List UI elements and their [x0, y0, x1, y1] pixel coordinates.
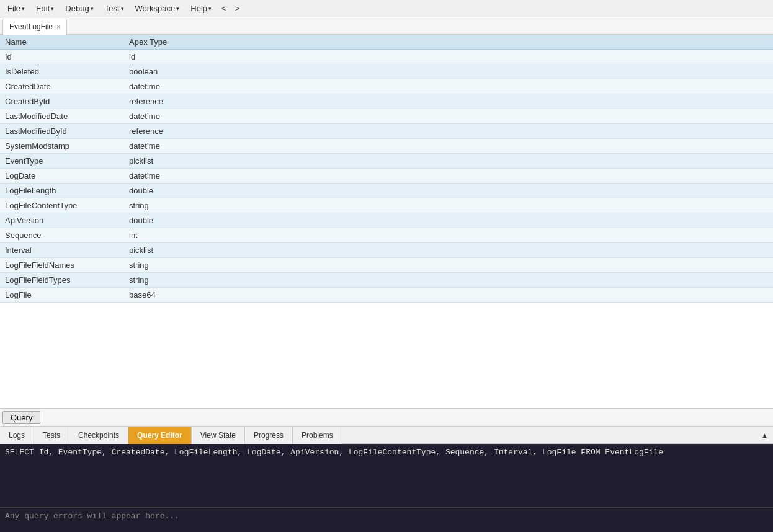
column-header-name: Name	[0, 35, 124, 50]
file-tab-label: EventLogFile	[9, 22, 53, 31]
cell-name: CreatedDate	[0, 79, 124, 94]
tab-problems[interactable]: Problems	[293, 427, 342, 444]
menu-debug[interactable]: Debug ▾	[60, 2, 98, 14]
tab-view-state[interactable]: View State	[192, 427, 245, 444]
cell-type: string	[124, 258, 773, 273]
table-row: LogDatedatetime	[0, 169, 773, 184]
table-row: Idid	[0, 50, 773, 64]
schema-table-area: Name Apex Type IdidIsDeletedbooleanCreat…	[0, 35, 773, 408]
table-row: SystemModstampdatetime	[0, 139, 773, 154]
table-row: Sequenceint	[0, 228, 773, 243]
panel-expand-icon[interactable]: ▲	[756, 429, 773, 441]
query-row: Query	[0, 409, 773, 427]
cell-type: picklist	[124, 243, 773, 258]
cell-type: datetime	[124, 139, 773, 154]
cell-name: Interval	[0, 243, 124, 258]
table-row: CreatedByIdreference	[0, 94, 773, 109]
error-output: Any query errors will appear here...	[0, 507, 773, 532]
cell-name: LogDate	[0, 169, 124, 184]
cell-name: LogFile	[0, 288, 124, 303]
nav-back-button[interactable]: <	[218, 2, 230, 14]
file-arrow-icon: ▾	[22, 6, 25, 12]
cell-name: LogFileContentType	[0, 198, 124, 213]
table-row: ApiVersiondouble	[0, 213, 773, 228]
cell-name: CreatedById	[0, 94, 124, 109]
cell-type: double	[124, 184, 773, 198]
table-row: LogFileLengthdouble	[0, 184, 773, 198]
table-row: CreatedDatedatetime	[0, 79, 773, 94]
cell-type: id	[124, 50, 773, 64]
cell-name: IsDeleted	[0, 64, 124, 79]
nav-forward-button[interactable]: >	[231, 2, 244, 14]
table-row: LogFilebase64	[0, 288, 773, 303]
cell-name: LogFileFieldTypes	[0, 273, 124, 288]
edit-arrow-icon: ▾	[51, 6, 54, 12]
table-header-row: Name Apex Type	[0, 35, 773, 50]
cell-type: datetime	[124, 79, 773, 94]
menu-file[interactable]: File ▾	[2, 2, 30, 14]
tab-progress[interactable]: Progress	[245, 427, 293, 444]
query-editor-input[interactable]	[0, 444, 773, 507]
tab-logs[interactable]: Logs	[0, 427, 34, 444]
cell-type: datetime	[124, 109, 773, 124]
editor-area: Any query errors will appear here...	[0, 444, 773, 532]
file-tab-eventlogfile[interactable]: EventLogFile ×	[2, 19, 67, 35]
menu-workspace[interactable]: Workspace ▾	[130, 2, 185, 14]
tab-tests[interactable]: Tests	[34, 427, 69, 444]
menu-help[interactable]: Help ▾	[185, 2, 217, 14]
query-button[interactable]: Query	[2, 411, 40, 424]
table-row: LastModifiedByIdreference	[0, 124, 773, 139]
schema-table: Name Apex Type IdidIsDeletedbooleanCreat…	[0, 35, 773, 303]
file-tabs-bar: EventLogFile ×	[0, 17, 773, 35]
cell-type: reference	[124, 94, 773, 109]
cell-name: Sequence	[0, 228, 124, 243]
cell-type: int	[124, 228, 773, 243]
cell-type: datetime	[124, 169, 773, 184]
table-row: LastModifiedDatedatetime	[0, 109, 773, 124]
debug-arrow-icon: ▾	[91, 6, 94, 12]
test-arrow-icon: ▾	[121, 6, 124, 12]
column-header-type: Apex Type	[124, 35, 773, 50]
cell-name: LogFileLength	[0, 184, 124, 198]
table-row: Intervalpicklist	[0, 243, 773, 258]
menu-test[interactable]: Test ▾	[100, 2, 129, 14]
help-arrow-icon: ▾	[208, 6, 212, 12]
bottom-panel: Query Logs Tests Checkpoints Query Edito…	[0, 408, 773, 532]
table-row: LogFileContentTypestring	[0, 198, 773, 213]
table-row: LogFileFieldNamesstring	[0, 258, 773, 273]
cell-type: picklist	[124, 154, 773, 169]
table-row: LogFileFieldTypesstring	[0, 273, 773, 288]
cell-name: SystemModstamp	[0, 139, 124, 154]
cell-type: reference	[124, 124, 773, 139]
workspace-arrow-icon: ▾	[176, 6, 179, 12]
cell-type: boolean	[124, 64, 773, 79]
tab-checkpoints[interactable]: Checkpoints	[69, 427, 128, 444]
table-row: IsDeletedboolean	[0, 64, 773, 79]
tab-query-editor[interactable]: Query Editor	[128, 427, 192, 444]
cell-name: LastModifiedById	[0, 124, 124, 139]
cell-name: Id	[0, 50, 124, 64]
table-row: EventTypepicklist	[0, 154, 773, 169]
cell-name: LastModifiedDate	[0, 109, 124, 124]
menubar: File ▾ Edit ▾ Debug ▾ Test ▾ Workspace ▾…	[0, 0, 773, 17]
cell-type: string	[124, 273, 773, 288]
bottom-tabs-bar: Logs Tests Checkpoints Query Editor View…	[0, 427, 773, 444]
cell-type: base64	[124, 288, 773, 303]
cell-name: EventType	[0, 154, 124, 169]
menu-edit[interactable]: Edit ▾	[31, 2, 59, 14]
cell-type: double	[124, 213, 773, 228]
cell-name: LogFileFieldNames	[0, 258, 124, 273]
close-tab-icon[interactable]: ×	[56, 23, 60, 30]
cell-type: string	[124, 198, 773, 213]
cell-name: ApiVersion	[0, 213, 124, 228]
main-content: Name Apex Type IdidIsDeletedbooleanCreat…	[0, 35, 773, 532]
